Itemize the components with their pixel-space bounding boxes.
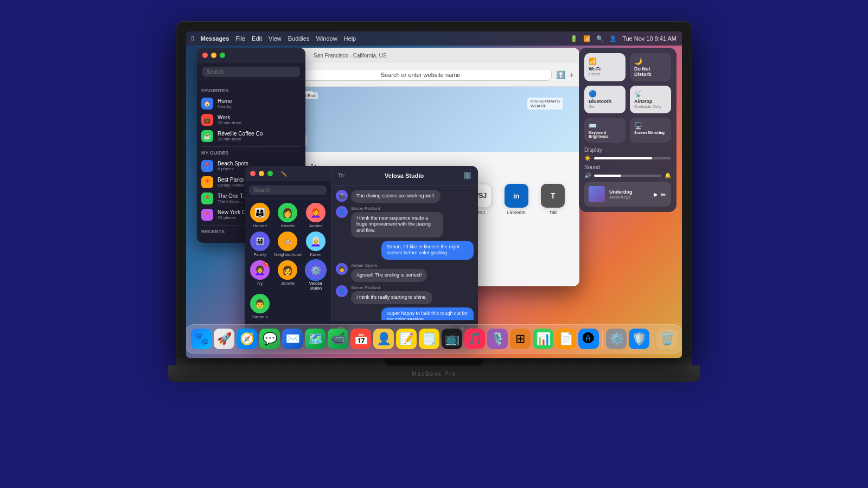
contact-kristen[interactable]: 👩 Kristen [274, 203, 301, 228]
contact-neighborhood[interactable]: 🏘️ Neighborhood [274, 232, 301, 257]
skip-button[interactable]: ⏭ [661, 191, 667, 197]
search-icon[interactable]: 🔍 [596, 35, 604, 42]
dock-safari[interactable]: 🧭 [237, 329, 257, 349]
maps-fullscreen-button[interactable] [220, 53, 225, 58]
contact-ivy[interactable]: 👩‍🦱 ● Ivy [249, 260, 271, 291]
dock-contacts[interactable]: 👤 [373, 329, 394, 349]
contact-family[interactable]: 👨‍👩‍👧‍👦 Family [249, 232, 271, 257]
safari-map-view: 0.25 0.5 0.75 mi FISHERMAN'SWHARF OUTERR… [270, 87, 579, 152]
fav-linkedin[interactable]: in LinkedIn [501, 184, 532, 215]
wifi-tile-label: Wi-Fi [589, 66, 621, 72]
chat-info-icon[interactable]: ℹ️ [463, 172, 471, 179]
maps-work-item[interactable]: 💼 Work 22 min drive [201, 112, 301, 128]
dock-trash[interactable]: 🗑️ [656, 329, 677, 349]
maps-home-icon: 🏠 [201, 98, 213, 110]
display-slider[interactable] [594, 157, 671, 159]
messages-sidebar: ✏️ 👨‍👩‍👧 Homer! 👩 Kristen [245, 166, 331, 339]
app-name-menu[interactable]: Messages [201, 35, 229, 42]
msg-6: Super happy to lock this rough cut for o… [336, 307, 474, 320]
chat-messages-list: 🎬 The driving scenes are working well. 👤… [331, 185, 478, 320]
view-menu[interactable]: View [269, 35, 282, 42]
edit-menu[interactable]: Edit [252, 35, 262, 42]
contact-karen[interactable]: 👩‍🦳 Karen [305, 232, 327, 257]
contact-velosa-name: Velosa Studio [305, 281, 327, 291]
display-slider-row: ☀️ [584, 155, 671, 161]
dock-numbers[interactable]: 📊 [533, 329, 553, 349]
contact-simon-name: Simon.s [252, 314, 268, 319]
bluetooth-tile[interactable]: 🔵 Bluetooth On [584, 86, 626, 113]
menu-bar-left:  Messages File Edit View Buddies Window… [192, 35, 356, 43]
play-button[interactable]: ▶ [654, 191, 658, 197]
dock-tv[interactable]: 📺 [442, 329, 462, 349]
help-menu[interactable]: Help [344, 35, 356, 42]
keyboard-brightness-tile[interactable]: ⌨️ Keyboard Brightness [584, 118, 626, 143]
compose-icon[interactable]: ✏️ [280, 171, 287, 177]
safari-share-button[interactable]: ⬆️ [556, 70, 565, 79]
laptop-body: MacBook Pro [168, 365, 700, 382]
buddies-menu[interactable]: Buddies [288, 35, 310, 42]
wifi-status-icon: 📶 [583, 35, 591, 42]
maps-guide-4-icon: 📍 [201, 209, 213, 221]
maps-search-input[interactable] [202, 67, 300, 77]
maps-home-item[interactable]: 🏠 Home Nearby [201, 95, 301, 112]
file-menu[interactable]: File [235, 35, 245, 42]
contact-neighborhood-avatar: 🏘️ [278, 232, 297, 251]
messages-chat: To: Velosa Studio ℹ️ 🎬 The driving scene… [331, 166, 478, 339]
dock-mosaic[interactable]: ⊞ [510, 329, 531, 349]
maps-minimize-button[interactable] [211, 53, 216, 58]
maps-work-info: Work 22 min drive [218, 114, 301, 125]
messages-fullscreen-button[interactable] [267, 171, 273, 176]
user-icon[interactable]: 👤 [609, 35, 617, 42]
screen:  Messages File Edit View Buddies Window… [186, 31, 682, 358]
macbook-label: MacBook Pro [412, 371, 456, 377]
contact-homer[interactable]: 👨‍👩‍👧 Homer! [249, 203, 271, 228]
maps-guide-3-icon: 📍 [201, 192, 213, 204]
messages-search-input[interactable] [249, 185, 327, 195]
safari-toolbar: ‹ › Search or enter website name ⬆️ + [270, 63, 579, 87]
screen-mirroring-tile[interactable]: 🖥️ Screen Mirroring [630, 118, 671, 143]
do-not-disturb-tile[interactable]: 🌙 Do Not Disturb [630, 53, 671, 81]
contact-amber[interactable]: 👩‍🦰 Amber [305, 203, 327, 228]
msg-2-sender: Simon Pickford [351, 206, 443, 211]
dock-pages[interactable]: 📄 [556, 329, 576, 349]
dock-calendar[interactable]: 📅 [350, 329, 371, 349]
dock-music[interactable]: 🎵 [464, 329, 485, 349]
dock-podcasts[interactable]: 🎙️ [487, 329, 508, 349]
maps-divider-1 [201, 146, 301, 147]
dock-launchpad[interactable]: 🚀 [214, 329, 234, 349]
apple-menu[interactable]:  [192, 35, 194, 43]
airdrop-tile-icon: 📡 [634, 90, 667, 98]
fav-tait[interactable]: T Tait [538, 184, 569, 215]
airdrop-tile[interactable]: 📡 AirDrop Contacts Only [630, 86, 671, 113]
contact-simon[interactable]: 👨 Simon.s [249, 294, 271, 319]
window-menu[interactable]: Window [316, 35, 337, 42]
maps-cafe-item[interactable]: ☕ Réveille Coffee Co 22 min drive [201, 128, 301, 144]
wifi-tile-sub: Home [589, 72, 621, 76]
dock-mail[interactable]: ✉️ [282, 329, 303, 349]
dock-finder[interactable]: 🐾 [191, 329, 212, 349]
dock-sysprefs[interactable]: ⚙️ [606, 329, 627, 349]
maps-close-button[interactable] [202, 53, 208, 58]
messages-minimize-button[interactable] [259, 171, 264, 176]
maps-work-sub: 22 min drive [218, 120, 301, 125]
contact-janelle[interactable]: 👩 Janelle [274, 260, 301, 291]
wifi-tile[interactable]: 📶 Wi-Fi Home [584, 53, 626, 81]
contact-grid: 👨‍👩‍👧 Homer! 👩 Kristen 👩‍🦰 Amber [245, 198, 331, 324]
contact-family-name: Family [253, 252, 266, 257]
safari-url-bar[interactable]: Search or enter website name [289, 69, 551, 81]
dock-facetime[interactable]: 📹 [328, 329, 348, 349]
sound-slider[interactable] [594, 175, 661, 177]
msg-1-avatar: 🎬 [336, 190, 348, 202]
dock-stickies[interactable]: 🗒️ [419, 329, 439, 349]
dock-notes[interactable]: 📝 [396, 329, 417, 349]
messages-close-button[interactable] [250, 171, 256, 176]
dock-adguard[interactable]: 🛡️ [629, 329, 649, 349]
safari-newtab-button[interactable]: + [570, 70, 574, 79]
msg-3: Simon, I'd like to finesse the night sce… [336, 241, 474, 260]
contact-neighborhood-name: Neighborhood [274, 252, 301, 257]
contact-velosa[interactable]: ⚙️ Velosa Studio [305, 260, 327, 291]
dock-maps[interactable]: 🗺️ [305, 329, 326, 349]
dock-messages[interactable]: 💬 [259, 329, 280, 349]
dock-appstore[interactable]: 🅐 [578, 329, 599, 349]
msg-2-avatar: 👤 [336, 206, 348, 218]
